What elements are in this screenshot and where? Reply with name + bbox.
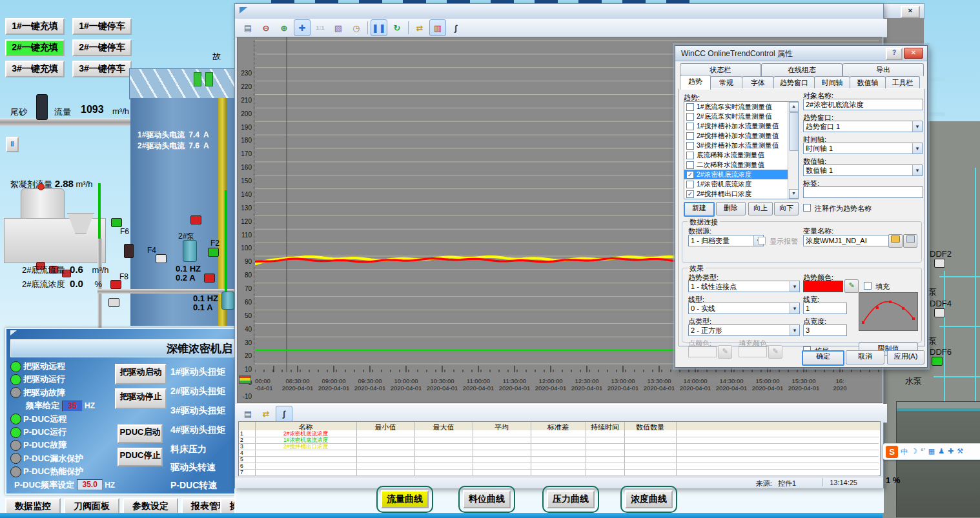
properties-icon[interactable]: ▤ — [240, 19, 256, 36]
tab-在线组态[interactable]: 在线组态 — [761, 63, 842, 76]
sogou-tool-icon[interactable]: ▦ — [928, 447, 935, 457]
sogou-tool-icon[interactable]: ✚ — [948, 447, 954, 457]
footer-button-取消[interactable]: 取消 — [846, 350, 884, 364]
tag-browse-button[interactable] — [888, 234, 903, 248]
footer-button-应用(A)[interactable]: 应用(A) — [887, 350, 924, 364]
trend-list-item[interactable]: 3#搅拌槽补加水流量测量值 — [684, 141, 788, 150]
sogou-tool-icon[interactable]: °’ — [921, 447, 925, 457]
tab-时间轴[interactable]: 时间轴 — [814, 76, 850, 89]
trend-list-item[interactable]: 1#搅拌槽补加水流量测量值 — [684, 121, 788, 131]
one-key-button[interactable]: 3#一键充填 — [5, 61, 65, 77]
curve-nav-button[interactable]: 流量曲线 — [381, 490, 429, 508]
curve-nav-button[interactable]: 料位曲线 — [463, 490, 511, 508]
trend-list-item[interactable]: ✓2#搅拌桶出口浓度 — [684, 189, 788, 199]
scroll-thumb[interactable] — [789, 112, 799, 151]
trend-color-pick-button[interactable]: ✎ — [844, 279, 859, 293]
tab-字体[interactable]: 字体 — [742, 76, 774, 89]
dialog-titlebar[interactable]: WinCC OnlineTrendControl 属性 ? ✕ — [675, 46, 927, 61]
time-axis-select[interactable]: 时间轴 1 — [803, 143, 923, 154]
drain-valve-icon[interactable] — [108, 298, 119, 307]
one-key-button[interactable]: 1#一键充填 — [5, 18, 65, 35]
comment-as-name-checkbox[interactable] — [803, 204, 811, 212]
dialog-help-button[interactable]: ? — [886, 48, 903, 60]
tag-properties-button[interactable] — [903, 234, 917, 248]
sogou-tool-icon[interactable]: 中 — [901, 447, 908, 457]
trend-list-item[interactable]: 1#浓密机底流浓度 — [684, 179, 788, 189]
list-button-新建[interactable]: 新建 — [684, 202, 715, 217]
point-width-field[interactable]: 3 — [803, 324, 847, 336]
zoom-selection-icon[interactable]: ▧ — [330, 19, 347, 36]
line-style-select[interactable]: 0 - 实线 — [688, 303, 800, 314]
red-valve2-icon[interactable] — [204, 274, 215, 283]
scroll-up-arrow[interactable]: ▲ — [789, 102, 799, 112]
trend-list[interactable]: 1#底流泵实时流量测量值2#底流泵实时流量测量值1#搅拌槽补加水流量测量值2#搅… — [684, 101, 799, 199]
statistics-icon[interactable]: ∫ — [447, 19, 464, 36]
trend-item-checkbox[interactable] — [686, 152, 694, 159]
sogou-tool-icon[interactable]: ⚒ — [957, 447, 963, 457]
ruler-icon[interactable]: ▥ — [429, 19, 446, 36]
move-axes-icon[interactable]: ⇄ — [411, 19, 428, 36]
curve-nav-button[interactable]: 浓度曲线 — [625, 490, 673, 508]
trend-list-item[interactable]: 底流稀释水流量测量值 — [684, 150, 788, 160]
trend-color-swatch[interactable] — [803, 281, 843, 292]
panel-command-button[interactable]: PDUC停止 — [117, 448, 163, 466]
ddf2-valve-icon[interactable] — [934, 259, 945, 268]
underflow-pump-icon[interactable] — [221, 292, 234, 310]
valve-F2-icon[interactable] — [208, 248, 219, 257]
dialog-close-button[interactable]: ✕ — [904, 48, 923, 59]
tab-工具栏[interactable]: 工具栏 — [885, 76, 920, 89]
statistics-icon[interactable]: ∫ — [276, 406, 292, 423]
pipeline-nav-button[interactable]: ‖ — [6, 137, 19, 152]
object-name-field[interactable]: 2#浓密机底流浓度 — [803, 99, 923, 110]
tab-趋势[interactable]: 趋势 — [680, 75, 711, 90]
move-axes-icon[interactable]: ⇄ — [258, 406, 274, 423]
sogou-logo[interactable]: S — [886, 446, 898, 458]
tag-name-field[interactable]: 浓度\WMJ1_ND_AI — [803, 235, 890, 246]
red-valve-icon[interactable] — [190, 215, 201, 224]
tab-数值轴[interactable]: 数值轴 — [850, 76, 886, 89]
zoom-value-axis-icon[interactable]: ⊕ — [276, 19, 292, 36]
trend-item-checkbox[interactable]: ✓ — [686, 190, 694, 198]
trend-item-checkbox[interactable] — [686, 161, 694, 169]
tab-状态栏[interactable]: 状态栏 — [680, 63, 761, 76]
ddf4-valve-icon[interactable] — [934, 308, 945, 317]
properties-icon[interactable]: ▤ — [240, 406, 256, 423]
background-window-close-button[interactable]: ✕ — [901, 6, 920, 18]
trend-item-checkbox[interactable] — [686, 113, 694, 121]
list-button-向上[interactable]: 向上 — [748, 202, 773, 215]
trend-item-checkbox[interactable] — [686, 132, 694, 140]
tab-趋势窗口[interactable]: 趋势窗口 — [773, 76, 815, 89]
one-key-button[interactable]: 3#一键停车 — [72, 61, 132, 77]
trend-list-item[interactable]: 2#底流泵实时流量测量值 — [684, 112, 788, 121]
one-to-one-icon[interactable]: 1:1 — [312, 19, 329, 36]
panel-command-button[interactable]: PDUC启动 — [117, 424, 163, 443]
sogou-tool-icon[interactable]: ♟ — [938, 447, 944, 457]
tab-常规[interactable]: 常规 — [710, 76, 742, 89]
pause-icon[interactable]: ❚❚ — [371, 19, 387, 36]
label-field[interactable] — [803, 186, 923, 198]
trend-item-checkbox[interactable] — [686, 181, 694, 188]
resume-icon[interactable]: ↻ — [389, 19, 405, 36]
setpoint-value[interactable]: 35.0 — [77, 479, 103, 490]
value-axis-select[interactable]: 数值轴 1 — [803, 164, 923, 176]
trend-item-checkbox[interactable]: ✓ — [686, 171, 694, 179]
trend-list-item[interactable]: 2#搅拌槽补加水流量测量值 — [684, 131, 788, 141]
trend-list-item[interactable]: ✓2#浓密机底流浓度 — [684, 170, 788, 179]
one-key-button[interactable]: 2#一键充填 — [5, 39, 65, 56]
pan-icon[interactable]: ✚ — [294, 19, 311, 36]
trend-item-checkbox[interactable] — [686, 142, 694, 150]
valve-F6-icon[interactable] — [111, 218, 122, 227]
trend-window-titlebar[interactable] — [235, 4, 883, 19]
pump2-icon[interactable] — [183, 240, 197, 262]
trend-type-select[interactable]: 1 - 线性连接点 — [688, 281, 800, 292]
list-button-向下[interactable]: 向下 — [774, 202, 799, 215]
ddf6-valve-icon[interactable] — [932, 357, 943, 366]
trend-list-scrollbar[interactable]: ▲▼ — [788, 102, 798, 199]
scroll-down-arrow[interactable]: ▼ — [789, 189, 799, 199]
trend-item-checkbox[interactable] — [686, 103, 694, 111]
valve-F4-icon[interactable] — [156, 254, 167, 263]
curve-nav-button[interactable]: 压力曲线 — [547, 490, 595, 508]
fill-checkbox[interactable] — [864, 282, 872, 290]
trend-list-item[interactable]: 1#底流泵实时流量测量值 — [684, 102, 788, 112]
sogou-tool-icon[interactable]: ☽ — [911, 447, 917, 457]
